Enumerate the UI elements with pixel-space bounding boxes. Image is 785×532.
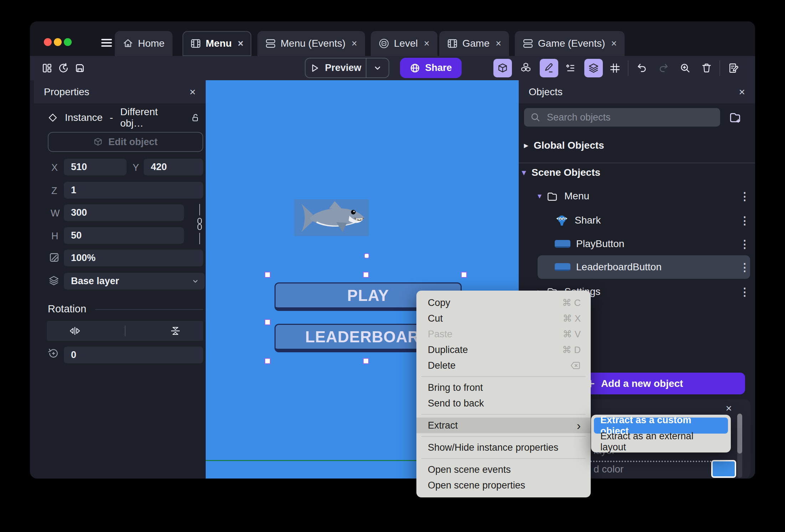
x-input[interactable]: 510 — [64, 159, 127, 175]
add-folder-icon[interactable] — [728, 111, 742, 124]
preview-button[interactable]: Preview — [306, 58, 366, 77]
maximize-window-button[interactable] — [64, 38, 72, 46]
trash-icon — [701, 63, 712, 73]
menu-item-cut[interactable]: Cut⌘ X — [416, 311, 591, 326]
rotation-input[interactable]: 0 — [64, 347, 203, 363]
tab-menu-events[interactable]: Menu (Events) × — [257, 31, 365, 56]
kebab-menu-icon[interactable]: ⋮ — [739, 238, 750, 250]
properties-panel-toggle[interactable] — [540, 59, 558, 77]
undo-icon — [636, 63, 647, 73]
close-icon[interactable]: × — [424, 38, 430, 49]
close-icon[interactable]: × — [352, 38, 357, 49]
y-input[interactable]: 420 — [144, 159, 203, 175]
close-icon[interactable]: × — [739, 86, 745, 98]
extract-submenu: Extract as a custom object Extract as an… — [591, 415, 731, 452]
selection-handle[interactable] — [461, 272, 467, 278]
background-color-swatch[interactable] — [711, 460, 736, 478]
scrollbar-thumb[interactable] — [737, 414, 742, 454]
zoom-button[interactable] — [676, 59, 694, 77]
selection-handle[interactable] — [363, 358, 369, 364]
tab-home[interactable]: Home — [115, 31, 173, 56]
menu-item-bring-to-front[interactable]: Bring to front — [416, 380, 591, 395]
instances-panel-toggle[interactable] — [517, 59, 535, 77]
menu-item-open-scene-properties[interactable]: Open scene properties — [416, 477, 591, 493]
flip-vertical-button[interactable] — [169, 326, 181, 336]
context-menu: Copy⌘ C Cut⌘ X Paste⌘ V Duplicate⌘ D Del… — [416, 291, 591, 497]
h-input[interactable]: 50 — [64, 227, 184, 244]
tab-game-events[interactable]: Game (Events) × — [515, 31, 625, 56]
button-thumbnail — [555, 263, 570, 271]
scrollbar[interactable] — [737, 414, 742, 478]
kebab-menu-icon[interactable]: ⋮ — [739, 261, 750, 273]
tab-level[interactable]: Level × — [371, 31, 437, 56]
list-diamond-icon — [565, 63, 576, 73]
tree-item-playbutton[interactable]: PlayButton ⋮ — [555, 232, 755, 255]
rotate-handle[interactable] — [364, 253, 369, 259]
kebab-menu-icon[interactable]: ⋮ — [739, 214, 750, 227]
menu-item-delete[interactable]: Delete — [416, 358, 591, 373]
tab-game[interactable]: Game × — [439, 31, 509, 56]
history-button[interactable] — [54, 59, 73, 77]
menu-item-send-to-back[interactable]: Send to back — [416, 395, 591, 411]
tab-label: Menu — [206, 38, 232, 49]
tree-item-leaderboardbutton[interactable]: LeaderboardButton ⋮ — [555, 256, 755, 278]
layers-panel-toggle[interactable] — [584, 59, 603, 77]
redo-icon — [658, 63, 669, 73]
kebab-menu-icon[interactable]: ⋮ — [739, 286, 750, 298]
opacity-input[interactable]: 100% — [64, 250, 203, 266]
unlock-icon[interactable] — [190, 113, 200, 123]
w-input[interactable]: 300 — [64, 204, 184, 221]
chevron-down-icon — [192, 278, 199, 285]
tab-menu[interactable]: Menu × — [183, 31, 251, 56]
edit-scene-properties-button[interactable] — [724, 59, 743, 77]
redo-button[interactable] — [655, 59, 673, 77]
selection-handle[interactable] — [265, 358, 271, 364]
edit-object-button[interactable]: Edit object — [48, 132, 203, 152]
selection-handle[interactable] — [265, 319, 271, 325]
menu-item-paste[interactable]: Paste⌘ V — [416, 326, 591, 342]
tree-folder-menu[interactable]: ▾ Menu ⋮ — [538, 185, 755, 208]
selection-handle[interactable] — [363, 272, 369, 278]
close-icon[interactable]: × — [725, 402, 732, 414]
flip-horizontal-button[interactable] — [68, 326, 81, 336]
undo-button[interactable] — [632, 59, 651, 77]
shark-sprite[interactable] — [294, 199, 369, 236]
instance-properties-toggle[interactable] — [561, 59, 580, 77]
close-icon[interactable]: × — [238, 38, 243, 49]
share-button[interactable]: Share — [400, 58, 462, 78]
chain-link-icon[interactable] — [195, 217, 204, 231]
grid-toggle[interactable] — [606, 59, 624, 77]
layers-icon — [588, 63, 599, 73]
menu-item-open-scene-events[interactable]: Open scene events — [416, 462, 591, 477]
close-window-button[interactable] — [44, 38, 52, 46]
search-input[interactable] — [546, 112, 704, 123]
menu-item-copy[interactable]: Copy⌘ C — [416, 295, 591, 311]
scene-objects-section[interactable]: ▾ Scene Objects — [522, 167, 600, 178]
delete-button[interactable] — [697, 59, 716, 77]
selection-handle[interactable] — [265, 272, 271, 278]
link-line — [199, 233, 200, 244]
add-object-label: Add a new object — [601, 378, 683, 389]
z-input[interactable]: 1 — [64, 182, 203, 199]
kebab-menu-icon[interactable]: ⋮ — [739, 190, 750, 203]
preview-options-button[interactable] — [366, 58, 389, 77]
layer-select[interactable]: Base layer — [64, 273, 205, 290]
menu-item-show-hide-instance-properties[interactable]: Show/Hide instance properties — [416, 440, 591, 455]
events-icon — [265, 38, 276, 49]
panels-layout-button[interactable] — [38, 59, 56, 77]
save-button[interactable] — [71, 59, 89, 77]
close-icon[interactable]: × — [189, 86, 196, 98]
objects-panel-toggle[interactable] — [493, 59, 512, 77]
menu-item-duplicate[interactable]: Duplicate⌘ D — [416, 342, 591, 358]
main-menu-icon[interactable] — [101, 39, 112, 47]
menu-item-extract[interactable]: Extract › — [416, 418, 591, 433]
minimize-window-button[interactable] — [54, 38, 62, 46]
y-label: Y — [133, 162, 139, 173]
scene-icon — [190, 38, 201, 49]
global-objects-section[interactable]: ▸ Global Objects — [524, 140, 604, 151]
section-divider — [519, 163, 755, 163]
tree-item-shark[interactable]: Shark ⋮ — [555, 209, 755, 232]
close-icon[interactable]: × — [496, 38, 501, 49]
close-icon[interactable]: × — [611, 38, 617, 49]
submenu-item-extract-external-layout[interactable]: Extract as an external layout — [594, 434, 728, 450]
